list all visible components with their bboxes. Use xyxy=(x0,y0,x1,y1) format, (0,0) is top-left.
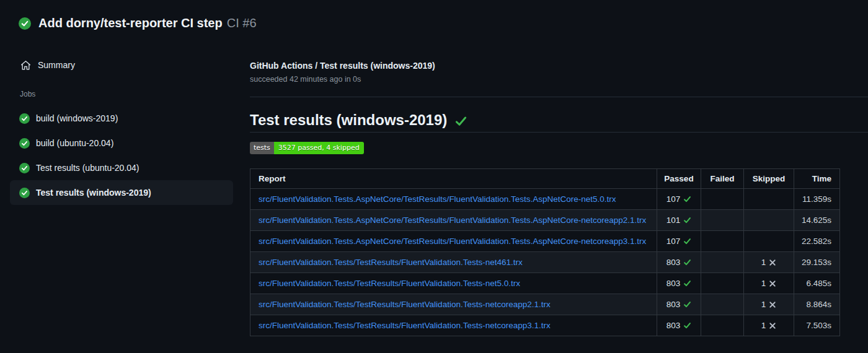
passed-count: 803 xyxy=(666,279,681,288)
run-header: Add dorny/test-reporter CI stepCI #6 xyxy=(19,16,257,30)
job-label: Test results (windows-2019) xyxy=(36,188,151,198)
col-header-time: Time xyxy=(794,169,840,189)
failed-count xyxy=(701,252,744,273)
table-header-row: Report Passed Failed Skipped Time xyxy=(250,169,840,189)
sidebar-job-item[interactable]: build (ubuntu-20.04) xyxy=(10,131,233,155)
check-circle-icon xyxy=(19,17,31,30)
failed-count xyxy=(701,273,744,294)
job-label: Test results (ubuntu-20.04) xyxy=(36,163,140,173)
passed-count: 803 xyxy=(666,300,681,309)
check-icon xyxy=(683,321,691,329)
test-results-table: Report Passed Failed Skipped Time src/Fl… xyxy=(250,168,840,336)
time-value: 14.625s xyxy=(794,210,840,231)
report-link[interactable]: src/FluentValidation.Tests.AspNetCore/Te… xyxy=(259,216,646,225)
summary-label: Summary xyxy=(38,60,75,70)
x-icon xyxy=(769,259,776,266)
run-number: CI #6 xyxy=(227,16,257,30)
sidebar-job-item[interactable]: Test results (ubuntu-20.04) xyxy=(10,155,233,180)
check-icon xyxy=(454,115,467,128)
failed-count xyxy=(701,210,744,231)
jobs-list: build (windows-2019) build (ubuntu-20.04… xyxy=(0,106,243,205)
time-value: 7.503s xyxy=(794,315,840,336)
failed-count xyxy=(701,231,744,252)
home-icon xyxy=(20,60,31,71)
time-value: 22.582s xyxy=(794,231,840,252)
time-value: 8.864s xyxy=(794,294,840,315)
failed-count xyxy=(701,189,744,210)
col-header-failed: Failed xyxy=(701,169,744,189)
check-icon xyxy=(683,237,691,245)
page-title: Test results (windows-2019) xyxy=(250,111,447,129)
run-status-line: succeeded 42 minutes ago in 0s xyxy=(250,75,361,84)
table-row: src/FluentValidation.Tests.AspNetCore/Te… xyxy=(250,210,840,231)
check-circle-icon xyxy=(19,163,30,173)
report-link[interactable]: src/FluentValidation.Tests/TestResults/F… xyxy=(259,321,551,330)
col-header-report: Report xyxy=(250,169,657,189)
table-row: src/FluentValidation.Tests/TestResults/F… xyxy=(250,315,840,336)
run-title: Add dorny/test-reporter CI step xyxy=(38,16,223,30)
check-icon xyxy=(683,300,691,308)
breadcrumb: GitHub Actions / Test results (windows-2… xyxy=(250,61,435,71)
table-row: src/FluentValidation.Tests.AspNetCore/Te… xyxy=(250,189,840,210)
divider xyxy=(250,97,868,97)
job-label: build (windows-2019) xyxy=(36,113,118,123)
badge-label: tests xyxy=(250,142,274,154)
badge-value: 3527 passed, 4 skipped xyxy=(274,142,364,154)
skipped-count: 1 xyxy=(761,279,766,288)
x-icon xyxy=(769,280,776,287)
check-circle-icon xyxy=(19,113,30,124)
x-icon xyxy=(769,322,776,329)
tests-badge: tests 3527 passed, 4 skipped xyxy=(250,142,364,154)
time-value: 29.153s xyxy=(794,252,840,273)
check-circle-icon xyxy=(19,188,30,198)
table-row: src/FluentValidation.Tests/TestResults/F… xyxy=(250,252,840,273)
table-row: src/FluentValidation.Tests.AspNetCore/Te… xyxy=(250,231,840,252)
report-link[interactable]: src/FluentValidation.Tests.AspNetCore/Te… xyxy=(259,194,616,204)
passed-count: 803 xyxy=(666,258,681,267)
job-label: build (ubuntu-20.04) xyxy=(36,138,113,148)
skipped-count: 1 xyxy=(761,258,766,267)
passed-count: 107 xyxy=(666,194,681,204)
time-value: 6.485s xyxy=(794,273,840,294)
section-heading: Test results (windows-2019) xyxy=(250,111,467,129)
report-link[interactable]: src/FluentValidation.Tests/TestResults/F… xyxy=(259,258,523,267)
skipped-count: 1 xyxy=(761,300,766,309)
table-row: src/FluentValidation.Tests/TestResults/F… xyxy=(250,294,840,315)
col-header-passed: Passed xyxy=(657,169,701,189)
skipped-count: 1 xyxy=(761,321,766,330)
divider xyxy=(250,132,868,133)
report-link[interactable]: src/FluentValidation.Tests/TestResults/F… xyxy=(259,279,520,288)
sidebar-item-summary[interactable]: Summary xyxy=(0,54,243,76)
sidebar: Summary Jobs build (windows-2019) build … xyxy=(0,54,243,205)
sidebar-job-item[interactable]: build (windows-2019) xyxy=(10,106,233,131)
failed-count xyxy=(701,315,744,336)
report-link[interactable]: src/FluentValidation.Tests.AspNetCore/Te… xyxy=(259,237,646,246)
report-link[interactable]: src/FluentValidation.Tests/TestResults/F… xyxy=(259,300,551,309)
check-circle-icon xyxy=(19,138,30,149)
x-icon xyxy=(769,301,776,308)
passed-count: 107 xyxy=(666,237,681,246)
time-value: 11.359s xyxy=(794,189,840,210)
sidebar-job-item[interactable]: Test results (windows-2019) xyxy=(10,180,233,205)
col-header-skipped: Skipped xyxy=(744,169,794,189)
check-icon xyxy=(683,195,691,203)
check-icon xyxy=(683,258,691,266)
passed-count: 101 xyxy=(666,216,681,225)
failed-count xyxy=(701,294,744,315)
check-icon xyxy=(683,279,691,287)
passed-count: 803 xyxy=(666,321,681,330)
table-row: src/FluentValidation.Tests/TestResults/F… xyxy=(250,273,840,294)
check-icon xyxy=(683,216,691,224)
jobs-section-label: Jobs xyxy=(0,90,243,98)
